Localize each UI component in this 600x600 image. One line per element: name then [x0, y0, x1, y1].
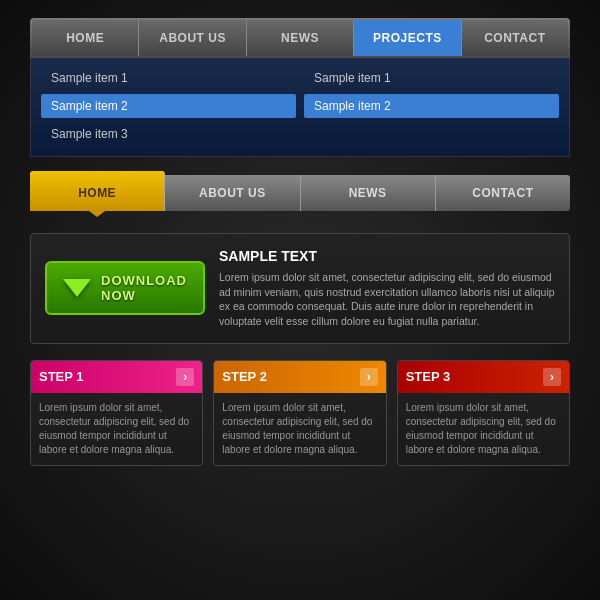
- nav1-projects[interactable]: PROJECTS: [354, 20, 461, 56]
- dropdown-col-1: Sample item 1 Sample item 2 Sample item …: [41, 66, 296, 146]
- download-body-text: Lorem ipsum dolor sit amet, consectetur …: [219, 270, 555, 329]
- download-button-label: DOWNLOAD NOW: [101, 273, 187, 303]
- step-1-arrow-icon[interactable]: ›: [176, 368, 194, 386]
- download-btn-wrapper: DOWNLOAD NOW: [45, 261, 205, 315]
- nav2-contact[interactable]: CONTACT: [436, 175, 570, 211]
- step-1-card: STEP 1 › Lorem ipsum dolor sit amet, con…: [30, 360, 203, 466]
- primary-nav: HOME ABOUT US NEWS PROJECTS CONTACT: [32, 20, 568, 56]
- step-1-label: STEP 1: [39, 369, 84, 384]
- dropdown-col-2: Sample item 1 Sample item 2: [304, 66, 559, 146]
- nav1-about[interactable]: ABOUT US: [139, 20, 246, 56]
- dropdown-menu: Sample item 1 Sample item 2 Sample item …: [30, 58, 570, 157]
- nav2-home[interactable]: HOME: [30, 171, 165, 211]
- nav1-contact[interactable]: CONTACT: [462, 20, 568, 56]
- download-title: SAMPLE TEXT: [219, 248, 555, 264]
- step-2-header: STEP 2 ›: [214, 361, 385, 393]
- step-2-card: STEP 2 › Lorem ipsum dolor sit amet, con…: [213, 360, 386, 466]
- nav2-about[interactable]: ABOUT US: [165, 175, 300, 211]
- secondary-nav: HOME ABOUT US NEWS CONTACT: [30, 175, 570, 211]
- nav1-home[interactable]: HOME: [32, 20, 139, 56]
- step-3-arrow-icon[interactable]: ›: [543, 368, 561, 386]
- step-2-label: STEP 2: [222, 369, 267, 384]
- nav2-news[interactable]: NEWS: [301, 175, 436, 211]
- primary-nav-wrapper: HOME ABOUT US NEWS PROJECTS CONTACT: [30, 18, 570, 58]
- step-3-label: STEP 3: [406, 369, 451, 384]
- dropdown-item-1-2[interactable]: Sample item 2: [41, 94, 296, 118]
- dropdown-item-1-1[interactable]: Sample item 1: [41, 66, 296, 90]
- steps-section: STEP 1 › Lorem ipsum dolor sit amet, con…: [30, 360, 570, 466]
- download-text-area: SAMPLE TEXT Lorem ipsum dolor sit amet, …: [219, 248, 555, 329]
- download-arrow-icon: [63, 279, 91, 297]
- step-2-arrow-icon[interactable]: ›: [360, 368, 378, 386]
- nav1-news[interactable]: NEWS: [247, 20, 354, 56]
- dropdown-item-2-1[interactable]: Sample item 1: [304, 66, 559, 90]
- download-button[interactable]: DOWNLOAD NOW: [45, 261, 205, 315]
- step-3-card: STEP 3 › Lorem ipsum dolor sit amet, con…: [397, 360, 570, 466]
- step-3-header: STEP 3 ›: [398, 361, 569, 393]
- dropdown-item-1-3[interactable]: Sample item 3: [41, 122, 296, 146]
- dropdown-item-2-2[interactable]: Sample item 2: [304, 94, 559, 118]
- download-section: DOWNLOAD NOW SAMPLE TEXT Lorem ipsum dol…: [30, 233, 570, 344]
- secondary-nav-wrapper: HOME ABOUT US NEWS CONTACT: [30, 175, 570, 211]
- step-3-body: Lorem ipsum dolor sit amet, consectetur …: [398, 393, 569, 465]
- step-1-header: STEP 1 ›: [31, 361, 202, 393]
- step-2-body: Lorem ipsum dolor sit amet, consectetur …: [214, 393, 385, 465]
- step-1-body: Lorem ipsum dolor sit amet, consectetur …: [31, 393, 202, 465]
